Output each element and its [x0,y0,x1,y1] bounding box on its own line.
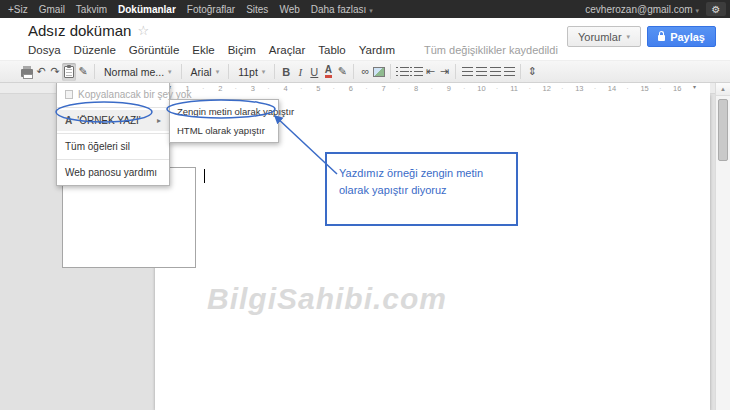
watermark: BilgiSahibi.com [207,282,447,316]
menu-item-tablo[interactable]: Tablo [318,44,346,56]
print-button[interactable] [20,63,34,81]
topbar-link-sites[interactable]: Sites [246,4,268,15]
title-row: Adsız doküman ☆ [28,22,149,39]
ruler-number: 15 [628,84,661,93]
toolbar-separator [228,64,229,79]
menu-item-clear-all[interactable]: Tüm öğeleri sil [57,136,169,157]
ruler-number: 6 [335,84,368,93]
numbered-list-icon [396,67,409,76]
outdent-button[interactable]: ⇤ [423,63,437,81]
toolbar: ↶ ↷ ✎ Normal me... ▾ Arial ▾ 11pt ▾ B I … [0,60,730,83]
topbar-link-takvim[interactable]: Takvim [76,4,107,15]
settings-button[interactable]: ⚙ [706,2,726,16]
web-clipboard-button[interactable] [62,63,76,81]
topbar-right: cevherozan@gmail.com ▾ ⚙ [585,2,726,16]
ruler-number: 5 [302,84,335,93]
menu-item-duzenle[interactable]: Düzenle [74,44,116,56]
font-select[interactable]: Arial ▾ [186,66,225,78]
line-spacing-button[interactable]: ⇕ [525,63,539,81]
menubar: Dosya Düzenle Görüntüle Ekle Biçim Araçl… [28,44,558,56]
ruler: 1 2 3 4 5 6 7 8 9 10 11 12 13 14 15 16 [155,83,710,94]
paste-submenu: Zengin metin olarak yapıştır HTML olarak… [169,99,279,143]
paint-format-button[interactable]: ✎ [76,63,90,81]
toolbar-separator [390,64,391,79]
web-clipboard-menu: Kopyalanacak bir şey yok A 'ÖRNEK YAZI' … [56,81,170,186]
font-size-select[interactable]: 11pt ▾ [233,66,270,78]
comments-button[interactable]: Yorumlar ▾ [567,26,641,47]
text-color-button[interactable]: A [321,63,335,81]
menu-item-paste-rich-text[interactable]: Zengin metin olarak yapıştır [170,102,278,121]
bold-button[interactable]: B [279,63,293,81]
share-button[interactable]: Paylaş [647,26,716,47]
star-icon[interactable]: ☆ [137,23,149,38]
ruler-number: 4 [269,84,302,93]
undo-button[interactable]: ↶ [34,63,48,81]
topbar-link-plus-siz[interactable]: +Siz [8,4,28,15]
highlight-icon: ✎ [338,66,347,77]
ruler-number: 14 [596,84,629,93]
menu-item-ornek-yazi[interactable]: A 'ÖRNEK YAZI' ▸ [57,110,169,131]
menu-item-dosya[interactable]: Dosya [28,44,61,56]
indent-icon: ⇥ [440,66,449,77]
bullet-list-icon [410,67,423,76]
numbered-list-button[interactable] [395,63,409,81]
ruler-number: 2 [204,84,237,93]
link-icon: ∞ [361,66,369,77]
menu-item-goruntule[interactable]: Görüntüle [129,44,180,56]
menu-separator [57,159,169,160]
chevron-down-icon: ▾ [369,7,373,14]
google-bar: +Siz Gmail Takvim Dokümanlar Fotoğraflar… [0,0,730,18]
align-left-button[interactable] [460,63,474,81]
highlight-button[interactable]: ✎ [335,63,349,81]
topbar-link-dokumanlar[interactable]: Dokümanlar [118,4,176,15]
styles-select[interactable]: Normal me... ▾ [99,66,177,78]
topbar-link-daha-fazlasi[interactable]: Daha fazlası ▾ [311,4,373,15]
scroll-up-button[interactable]: ▲ [716,83,730,96]
insert-image-button[interactable] [372,63,386,81]
tutorial-annotation-box: Yazdımız örneği zengin metin olarak yapı… [325,152,518,226]
menu-item-araclar[interactable]: Araçlar [269,44,305,56]
align-center-icon [476,67,487,76]
bullet-list-button[interactable] [409,63,423,81]
topbar-link-web[interactable]: Web [279,4,299,15]
tutorial-annotation-text: Yazdımız örneği zengin metin olarak yapı… [339,167,483,196]
undo-icon: ↶ [36,66,45,77]
italic-button[interactable]: I [293,63,307,81]
insert-link-button[interactable]: ∞ [358,63,372,81]
justify-icon [504,67,515,76]
toolbar-separator [94,64,95,79]
document-title[interactable]: Adsız doküman [28,22,131,39]
ruler-number: 9 [432,84,465,93]
line-spacing-icon: ⇕ [528,66,537,77]
ruler-number: 16 [661,84,694,93]
topbar-link-fotograflar[interactable]: Fotoğraflar [187,4,235,15]
menu-item-ekle[interactable]: Ekle [192,44,214,56]
redo-button[interactable]: ↷ [48,63,62,81]
topbar-link-gmail[interactable]: Gmail [39,4,65,15]
clipboard-empty-icon [65,90,73,99]
lock-icon [658,35,665,41]
toolbar-separator [520,64,521,79]
indent-button[interactable]: ⇥ [437,63,451,81]
menu-item-paste-html[interactable]: HTML olarak yapıştır [170,121,278,140]
menu-item-clipboard-help[interactable]: Web panosu yardımı [57,162,169,183]
paint-format-icon: ✎ [78,66,87,77]
account-menu[interactable]: cevherozan@gmail.com ▾ [585,4,699,15]
justify-button[interactable] [502,63,516,81]
chevron-down-icon: ▾ [168,68,172,76]
menu-separator [57,107,169,108]
right-indent-marker[interactable]: ▾ [693,84,696,90]
align-right-button[interactable] [488,63,502,81]
align-right-icon [490,67,501,76]
chevron-down-icon: ▾ [627,33,631,41]
scrollbar-thumb[interactable] [718,99,728,161]
menu-item-yardim[interactable]: Yardım [359,44,395,56]
submenu-arrow-icon: ▸ [157,116,161,125]
menu-item-bicim[interactable]: Biçim [228,44,256,56]
align-center-button[interactable] [474,63,488,81]
underline-button[interactable]: U [307,63,321,81]
toolbar-separator [181,64,182,79]
vertical-scrollbar[interactable]: ▲ [715,83,730,410]
ruler-number: 10 [465,84,498,93]
menu-item-nothing-to-copy: Kopyalanacak bir şey yok [57,84,169,105]
